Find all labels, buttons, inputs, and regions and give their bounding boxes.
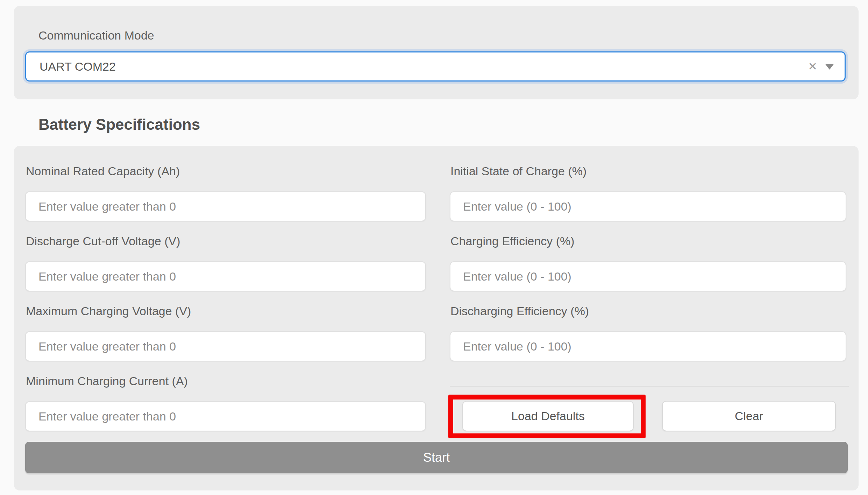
charging-efficiency-label: Charging Efficiency (%) — [450, 234, 846, 248]
initial-state-of-charge-input[interactable] — [450, 191, 846, 221]
battery-specs-panel: Nominal Rated Capacity (Ah) Discharge Cu… — [14, 146, 859, 490]
field-nominal-rated-capacity: Nominal Rated Capacity (Ah) — [25, 164, 426, 221]
communication-mode-label: Communication Mode — [38, 28, 154, 43]
discharging-efficiency-label: Discharging Efficiency (%) — [450, 304, 846, 318]
charging-efficiency-input[interactable] — [450, 261, 846, 291]
discharging-efficiency-input[interactable] — [450, 331, 846, 361]
maximum-charging-voltage-label: Maximum Charging Voltage (V) — [26, 304, 426, 318]
minimum-charging-current-input[interactable] — [25, 401, 426, 431]
field-minimum-charging-current: Minimum Charging Current (A) — [25, 374, 426, 431]
discharge-cutoff-voltage-input[interactable] — [25, 261, 426, 291]
select-icons: ✕ — [808, 61, 834, 72]
field-maximum-charging-voltage: Maximum Charging Voltage (V) — [25, 304, 426, 361]
communication-mode-select[interactable]: UART COM22 ✕ — [25, 51, 846, 82]
buttons-divider — [450, 386, 849, 387]
chevron-down-icon[interactable] — [825, 64, 834, 70]
maximum-charging-voltage-input[interactable] — [25, 331, 426, 361]
field-discharging-efficiency: Discharging Efficiency (%) — [450, 304, 846, 361]
app-window: Communication Mode UART COM22 ✕ Battery … — [0, 0, 868, 495]
clear-selection-icon[interactable]: ✕ — [808, 61, 817, 72]
field-charging-efficiency: Charging Efficiency (%) — [450, 234, 846, 291]
minimum-charging-current-label: Minimum Charging Current (A) — [26, 374, 426, 388]
field-discharge-cutoff-voltage: Discharge Cut-off Voltage (V) — [25, 234, 426, 291]
nominal-rated-capacity-input[interactable] — [25, 191, 426, 221]
field-initial-state-of-charge: Initial State of Charge (%) — [450, 164, 846, 221]
load-defaults-button[interactable]: Load Defaults — [462, 401, 634, 431]
communication-mode-value: UART COM22 — [40, 60, 116, 73]
communication-panel: Communication Mode UART COM22 ✕ — [14, 6, 859, 99]
start-button[interactable]: Start — [25, 442, 848, 473]
page-title: Battery Specifications — [38, 115, 200, 134]
initial-state-of-charge-label: Initial State of Charge (%) — [450, 164, 846, 178]
discharge-cutoff-voltage-label: Discharge Cut-off Voltage (V) — [26, 234, 426, 248]
nominal-rated-capacity-label: Nominal Rated Capacity (Ah) — [26, 164, 426, 178]
clear-button[interactable]: Clear — [662, 401, 836, 431]
